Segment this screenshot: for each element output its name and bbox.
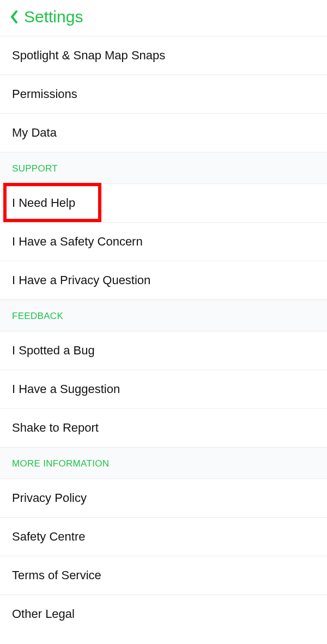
list-item-terms-service[interactable]: Terms of Service [0,556,327,594]
list-item-label: My Data [12,126,57,139]
list-item-permissions[interactable]: Permissions [0,75,327,113]
section-header-support: SUPPORT [0,152,327,183]
list-item-label: I Have a Safety Concern [12,235,143,248]
list-item-label: Shake to Report [12,421,99,434]
list-item-safety-centre[interactable]: Safety Centre [0,517,327,556]
section-header-label: SUPPORT [12,163,58,174]
section-header-label: MORE INFORMATION [12,458,109,469]
list-item-label: I Need Help [12,196,75,210]
list-item-spotlight-snap-map[interactable]: Spotlight & Snap Map Snaps [0,36,327,75]
list-item-label: Other Legal [12,607,75,621]
list-item-label: Safety Centre [12,530,86,543]
list-item-privacy-question[interactable]: I Have a Privacy Question [0,261,327,299]
list-item-label: Terms of Service [12,568,101,582]
section-header-feedback: FEEDBACK [0,299,327,331]
back-icon[interactable] [10,10,19,24]
list-item-shake-report[interactable]: Shake to Report [0,408,327,447]
section-header-label: FEEDBACK [12,311,63,321]
list-item-privacy-policy[interactable]: Privacy Policy [0,479,327,517]
list-item-safety-concern[interactable]: I Have a Safety Concern [0,222,327,261]
list-item-label: Privacy Policy [12,491,87,505]
list-item-my-data[interactable]: My Data [0,113,327,152]
list-item-suggestion[interactable]: I Have a Suggestion [0,370,327,408]
list-item-spotted-bug[interactable]: I Spotted a Bug [0,331,327,370]
list-item-label: Spotlight & Snap Map Snaps [12,48,165,62]
page-title: Settings [24,8,83,26]
list-item-label: I Have a Privacy Question [12,273,150,287]
section-header-more-info: MORE INFORMATION [0,447,327,479]
list-item-label: Permissions [12,87,77,101]
header-bar: Settings [0,0,327,36]
list-item-i-need-help[interactable]: I Need Help [0,183,327,222]
list-item-label: I Have a Suggestion [12,382,120,396]
list-item-other-legal[interactable]: Other Legal [0,594,327,633]
list-item-label: I Spotted a Bug [12,344,95,357]
